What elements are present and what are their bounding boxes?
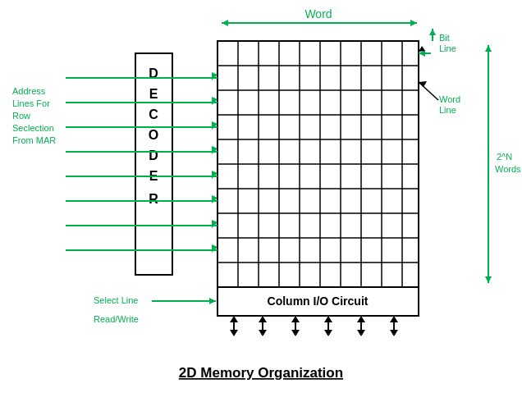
svg-marker-97 — [390, 316, 398, 322]
svg-text:C: C — [149, 107, 158, 121]
svg-text:E: E — [149, 87, 158, 101]
svg-marker-39 — [212, 171, 218, 179]
svg-marker-56 — [410, 20, 417, 26]
svg-marker-68 — [485, 45, 492, 52]
word-line-label: Word — [439, 94, 460, 104]
svg-marker-87 — [324, 330, 332, 336]
two-n-words-label: 2^N — [497, 152, 512, 162]
svg-text:Seclection: Seclection — [12, 123, 54, 133]
svg-marker-69 — [485, 276, 492, 283]
bit-line-label: Bit — [439, 33, 450, 43]
svg-text:From MAR: From MAR — [12, 135, 56, 145]
svg-marker-95 — [390, 330, 398, 336]
svg-marker-36 — [212, 97, 218, 105]
svg-marker-89 — [324, 316, 332, 322]
svg-text:Words: Words — [495, 164, 521, 174]
diagram-container: D E C O D E R Addre — [0, 0, 522, 420]
svg-marker-55 — [222, 20, 228, 26]
svg-text:Row: Row — [12, 111, 30, 121]
svg-marker-93 — [357, 316, 365, 322]
svg-marker-38 — [212, 146, 218, 154]
svg-marker-66 — [419, 81, 427, 87]
svg-text:Line: Line — [439, 105, 456, 115]
svg-marker-91 — [357, 330, 365, 336]
svg-text:R: R — [149, 192, 158, 206]
svg-marker-77 — [230, 316, 238, 322]
title: 2D Memory Organization — [179, 365, 343, 381]
svg-marker-75 — [230, 330, 238, 336]
svg-marker-81 — [259, 316, 267, 322]
svg-marker-42 — [212, 244, 218, 253]
svg-marker-37 — [212, 121, 218, 130]
svg-marker-40 — [212, 195, 218, 203]
read-write-label: Read/Write — [94, 314, 139, 324]
svg-text:D: D — [149, 148, 158, 162]
svg-marker-41 — [212, 220, 218, 228]
svg-marker-79 — [259, 330, 267, 336]
svg-marker-35 — [212, 72, 218, 80]
svg-marker-85 — [291, 316, 300, 322]
select-line-label: Select Line — [94, 295, 138, 305]
address-lines-label: Address — [12, 86, 46, 96]
svg-text:Lines For: Lines For — [12, 98, 50, 108]
svg-text:Line: Line — [439, 43, 456, 53]
svg-text:O: O — [149, 128, 158, 142]
column-io-label: Column I/O Circuit — [268, 294, 369, 308]
svg-marker-83 — [291, 330, 300, 336]
svg-marker-58 — [429, 29, 436, 35]
svg-marker-73 — [209, 298, 216, 304]
svg-marker-63 — [419, 46, 425, 52]
word-label: Word — [304, 7, 332, 21]
